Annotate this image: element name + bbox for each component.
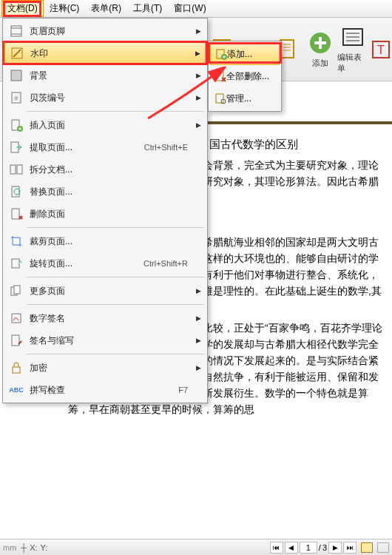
separator xyxy=(27,277,204,278)
menu-crop[interactable]: 裁剪页面... xyxy=(4,230,206,252)
separator xyxy=(27,304,204,305)
more-icon xyxy=(9,283,24,298)
insert-page-icon xyxy=(9,118,24,132)
chevron-right-icon: ▶ xyxy=(196,364,201,371)
svg-rect-16 xyxy=(11,26,21,36)
delete-icon xyxy=(9,206,24,221)
view-mode-icon[interactable] xyxy=(361,542,373,553)
chevron-right-icon: ▶ xyxy=(196,287,201,295)
chevron-right-icon: ▶ xyxy=(196,27,201,35)
form-icon xyxy=(340,24,365,50)
menu-form[interactable]: 表单(R) xyxy=(85,0,127,17)
svg-rect-32 xyxy=(12,209,19,219)
background-icon xyxy=(9,68,24,83)
prev-page-button[interactable]: ◀ xyxy=(285,542,298,554)
menu-spell[interactable]: ABC拼写检查F7 xyxy=(4,379,206,401)
menu-split[interactable]: 拆分文档... xyxy=(4,158,206,181)
menu-tools[interactable]: 工具(T) xyxy=(127,0,168,17)
separator xyxy=(27,354,204,354)
delete-all-icon xyxy=(214,70,226,82)
rotate-icon xyxy=(9,256,24,271)
menu-window[interactable]: 窗口(W) xyxy=(168,0,212,17)
spell-icon: ABC xyxy=(9,383,24,397)
view-mode-icon[interactable] xyxy=(377,542,389,553)
sign-icon xyxy=(9,311,24,326)
header-footer-icon xyxy=(9,24,24,38)
document-menu: 页眉页脚▶ 水印▶ 背景▶ #贝茨编号▶ 插入页面▶ 提取页面...Ctrl+S… xyxy=(2,18,208,403)
svg-rect-29 xyxy=(10,165,16,174)
page-input[interactable] xyxy=(300,542,317,554)
toolbar-edit-form[interactable]: 编辑表单 xyxy=(337,24,368,75)
svg-rect-3 xyxy=(280,40,294,58)
svg-line-20 xyxy=(13,50,21,57)
lock-icon xyxy=(9,360,24,375)
submenu-delete-all[interactable]: 全部删除... xyxy=(210,65,280,87)
page-total: 3 xyxy=(322,543,327,552)
svg-rect-39 xyxy=(12,335,19,346)
chevron-right-icon: ▶ xyxy=(196,94,201,101)
menu-background[interactable]: 背景▶ xyxy=(4,64,206,87)
toolbar-add[interactable]: 添加 xyxy=(305,24,336,75)
replace-icon xyxy=(9,184,24,199)
crop-icon xyxy=(9,234,24,249)
menu-extract-page[interactable]: 提取页面...Ctrl+Shift+E xyxy=(4,136,206,158)
svg-rect-48 xyxy=(216,94,223,103)
statusbar: mm ┼ X: Y: ⏮ ◀ / 3 ▶ ⏭ xyxy=(0,539,392,555)
textbox-icon: T xyxy=(368,37,392,62)
svg-text:#: # xyxy=(14,95,18,102)
chevron-right-icon: ▶ xyxy=(195,50,200,57)
page-controls: ⏮ ◀ / 3 ▶ ⏭ xyxy=(270,542,356,554)
menu-replace[interactable]: 替换页面... xyxy=(4,181,206,203)
menu-header-footer[interactable]: 页眉页脚▶ xyxy=(4,20,206,42)
svg-rect-31 xyxy=(12,186,19,197)
submenu-add[interactable]: 添加... xyxy=(210,43,280,65)
next-page-button[interactable]: ▶ xyxy=(328,542,342,554)
menu-insert-page[interactable]: 插入页面▶ xyxy=(4,114,206,136)
plus-circle-icon xyxy=(308,30,333,56)
svg-rect-45 xyxy=(216,72,223,81)
chevron-right-icon: ▶ xyxy=(196,72,201,79)
menu-more-pages[interactable]: 更多页面▶ xyxy=(4,280,206,302)
bates-icon: # xyxy=(9,90,24,105)
add-icon xyxy=(215,48,227,60)
initials-icon xyxy=(9,333,24,348)
manage-icon xyxy=(214,92,226,104)
chevron-right-icon: ▶ xyxy=(196,314,201,322)
separator xyxy=(27,227,204,228)
coords: ┼ X: Y: xyxy=(21,543,47,552)
menu-initials[interactable]: 签名与缩写▶ xyxy=(4,329,206,352)
menu-document[interactable]: 文档(D) xyxy=(1,0,44,17)
last-page-button[interactable]: ⏭ xyxy=(343,542,356,554)
first-page-button[interactable]: ⏮ xyxy=(270,542,283,554)
chevron-right-icon: ▶ xyxy=(196,121,201,129)
extract-icon xyxy=(9,140,24,155)
toolbar-add-label: 添加 xyxy=(312,58,328,69)
menu-rotate[interactable]: 旋转页面...Ctrl+Shift+R xyxy=(4,252,206,275)
svg-rect-35 xyxy=(12,259,19,268)
menu-sign[interactable]: 数字签名▶ xyxy=(4,307,206,329)
menu-comment[interactable]: 注释(C) xyxy=(44,0,86,17)
menu-watermark[interactable]: 水印▶ xyxy=(4,42,206,64)
menu-bates[interactable]: #贝茨编号▶ xyxy=(4,87,206,109)
svg-rect-30 xyxy=(17,165,22,174)
menubar: 文档(D) 注释(C) 表单(R) 工具(T) 窗口(W) xyxy=(0,0,392,18)
toolbar-textbox[interactable]: T xyxy=(370,24,392,75)
chevron-right-icon: ▶ xyxy=(196,337,201,344)
svg-rect-21 xyxy=(11,70,21,81)
toolbar-edit-form-label: 编辑表单 xyxy=(337,52,368,74)
split-icon xyxy=(9,162,24,177)
svg-rect-37 xyxy=(14,286,20,294)
menu-delete[interactable]: 删除页面 xyxy=(4,203,206,225)
svg-text:T: T xyxy=(377,44,385,56)
svg-rect-40 xyxy=(13,367,20,373)
watermark-icon xyxy=(10,46,24,61)
watermark-submenu: 添加... 全部删除... 管理... xyxy=(208,41,282,112)
separator xyxy=(27,111,204,112)
submenu-manage[interactable]: 管理... xyxy=(210,87,280,110)
menu-encrypt[interactable]: 加密▶ xyxy=(4,357,206,379)
